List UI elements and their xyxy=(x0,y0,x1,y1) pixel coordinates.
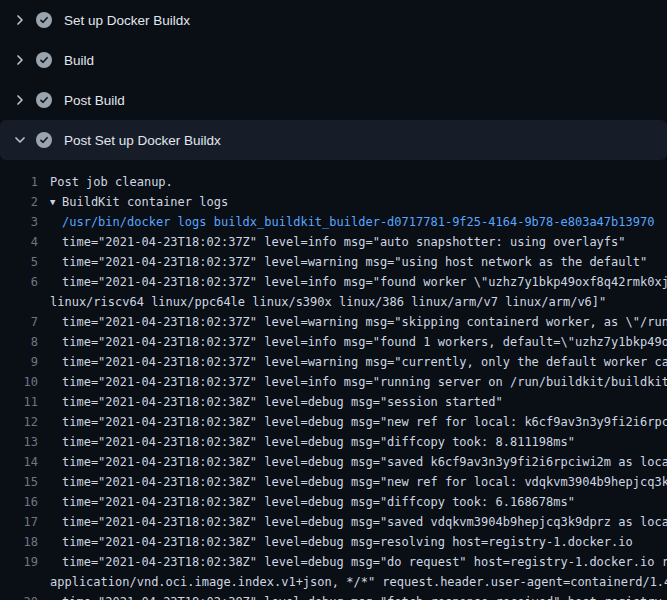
log-line-number[interactable]: 6 xyxy=(0,272,38,292)
step-row[interactable]: Set up Docker Buildx xyxy=(0,0,667,40)
log-line: 20 time="2021-04-23T18:02:38Z" level=deb… xyxy=(0,592,667,600)
check-circle-icon xyxy=(36,132,52,148)
log-line: 18 time="2021-04-23T18:02:38Z" level=deb… xyxy=(0,532,667,552)
steps-list: Set up Docker Buildx Build P xyxy=(0,0,667,160)
log-line-text: time="2021-04-23T18:02:37Z" level=info m… xyxy=(62,372,667,392)
log-line-text: time="2021-04-23T18:02:38Z" level=debug … xyxy=(62,392,503,412)
log-line-number[interactable]: 16 xyxy=(0,492,38,512)
log-line: 5 time="2021-04-23T18:02:37Z" level=warn… xyxy=(0,252,667,272)
step-label: Build xyxy=(64,53,94,68)
chevron-right-icon[interactable] xyxy=(12,52,28,68)
log-line-number[interactable]: 15 xyxy=(0,472,38,492)
log-line-number[interactable]: 11 xyxy=(0,392,38,412)
log-line-text: time="2021-04-23T18:02:37Z" level=info m… xyxy=(62,232,626,252)
log-line-text: BuildKit container logs xyxy=(62,192,228,212)
log-line-text: linux/riscv64 linux/ppc64le linux/s390x … xyxy=(50,292,606,312)
log-line: linux/riscv64 linux/ppc64le linux/s390x … xyxy=(0,292,667,312)
log-line: 19 time="2021-04-23T18:02:38Z" level=deb… xyxy=(0,552,667,572)
log-line-number[interactable]: 4 xyxy=(0,232,38,252)
chevron-right-icon[interactable] xyxy=(12,12,28,28)
log-line-number[interactable]: 9 xyxy=(0,352,38,372)
log-line: 9 time="2021-04-23T18:02:37Z" level=warn… xyxy=(0,352,667,372)
log-line-text: time="2021-04-23T18:02:38Z" level=debug … xyxy=(62,552,667,572)
log-line: 13 time="2021-04-23T18:02:38Z" level=deb… xyxy=(0,432,667,452)
log-line-number[interactable]: 8 xyxy=(0,332,38,352)
log-line-text: time="2021-04-23T18:02:38Z" level=debug … xyxy=(62,532,633,552)
log-line: 14 time="2021-04-23T18:02:38Z" level=deb… xyxy=(0,452,667,472)
log-line-number[interactable] xyxy=(0,572,38,592)
log-line-text: time="2021-04-23T18:02:37Z" level=warnin… xyxy=(62,252,647,272)
step-row[interactable]: Build xyxy=(0,40,667,80)
actions-log-viewer: Set up Docker Buildx Build P xyxy=(0,0,667,600)
log-line-number[interactable]: 14 xyxy=(0,452,38,472)
step-row[interactable]: Post Set up Docker Buildx xyxy=(0,120,667,160)
log-line: 4 time="2021-04-23T18:02:37Z" level=info… xyxy=(0,232,667,252)
check-circle-icon xyxy=(36,52,52,68)
log-line: 12 time="2021-04-23T18:02:38Z" level=deb… xyxy=(0,412,667,432)
check-circle-icon xyxy=(36,92,52,108)
log-area: 1 Post job cleanup. 2 ▼ BuildKit contain… xyxy=(0,160,667,600)
log-line: 1 Post job cleanup. xyxy=(0,172,667,192)
log-line-text: time="2021-04-23T18:02:38Z" level=debug … xyxy=(62,512,667,532)
log-line: 2 ▼ BuildKit container logs xyxy=(0,192,667,212)
log-line-number[interactable]: 10 xyxy=(0,372,38,392)
log-line-text: time="2021-04-23T18:02:38Z" level=debug … xyxy=(62,452,667,472)
log-line: 3 /usr/bin/docker logs buildx_buildkit_b… xyxy=(0,212,667,232)
log-line: 11 time="2021-04-23T18:02:38Z" level=deb… xyxy=(0,392,667,412)
log-line-text: time="2021-04-23T18:02:37Z" level=info m… xyxy=(62,272,667,292)
log-line: 17 time="2021-04-23T18:02:38Z" level=deb… xyxy=(0,512,667,532)
log-line: 8 time="2021-04-23T18:02:37Z" level=info… xyxy=(0,332,667,352)
log-line-text: time="2021-04-23T18:02:37Z" level=info m… xyxy=(62,332,667,352)
log-line-number[interactable] xyxy=(0,292,38,312)
log-line-number[interactable]: 2 xyxy=(0,192,38,212)
log-line-text: /usr/bin/docker logs buildx_buildkit_bui… xyxy=(62,212,654,232)
log-line-text: time="2021-04-23T18:02:38Z" level=debug … xyxy=(62,592,667,600)
log-line: 10 time="2021-04-23T18:02:37Z" level=inf… xyxy=(0,372,667,392)
log-line: 6 time="2021-04-23T18:02:37Z" level=info… xyxy=(0,272,667,292)
log-line-text: time="2021-04-23T18:02:37Z" level=warnin… xyxy=(62,312,667,332)
log-line-text: time="2021-04-23T18:02:37Z" level=warnin… xyxy=(62,352,667,372)
log-line-text: time="2021-04-23T18:02:38Z" level=debug … xyxy=(62,412,667,432)
step-label: Post Build xyxy=(64,93,125,108)
log-line-text: application/vnd.oci.image.index.v1+json,… xyxy=(50,572,667,592)
log-line: 7 time="2021-04-23T18:02:37Z" level=warn… xyxy=(0,312,667,332)
log-line: 16 time="2021-04-23T18:02:38Z" level=deb… xyxy=(0,492,667,512)
chevron-down-icon[interactable] xyxy=(12,132,28,148)
log-line-number[interactable]: 13 xyxy=(0,432,38,452)
log-line-number[interactable]: 1 xyxy=(0,172,38,192)
log-line-text: time="2021-04-23T18:02:38Z" level=debug … xyxy=(62,492,575,512)
log-line-number[interactable]: 19 xyxy=(0,552,38,572)
log-line-number[interactable]: 7 xyxy=(0,312,38,332)
log-line-text: Post job cleanup. xyxy=(50,172,173,192)
chevron-right-icon[interactable] xyxy=(12,92,28,108)
step-label: Set up Docker Buildx xyxy=(64,13,190,28)
log-line-number[interactable]: 17 xyxy=(0,512,38,532)
log-line-number[interactable]: 20 xyxy=(0,592,38,600)
log-line-number[interactable]: 18 xyxy=(0,532,38,552)
step-row[interactable]: Post Build xyxy=(0,80,667,120)
log-line-number[interactable]: 12 xyxy=(0,412,38,432)
check-circle-icon xyxy=(36,12,52,28)
log-line: 15 time="2021-04-23T18:02:38Z" level=deb… xyxy=(0,472,667,492)
log-line-number[interactable]: 5 xyxy=(0,252,38,272)
log-line-text: time="2021-04-23T18:02:38Z" level=debug … xyxy=(62,472,667,492)
log-line-number[interactable]: 3 xyxy=(0,212,38,232)
log-line-text: time="2021-04-23T18:02:38Z" level=debug … xyxy=(62,432,575,452)
group-toggle-icon[interactable]: ▼ xyxy=(50,192,62,212)
step-label: Post Set up Docker Buildx xyxy=(64,133,221,148)
log-line: application/vnd.oci.image.index.v1+json,… xyxy=(0,572,667,592)
